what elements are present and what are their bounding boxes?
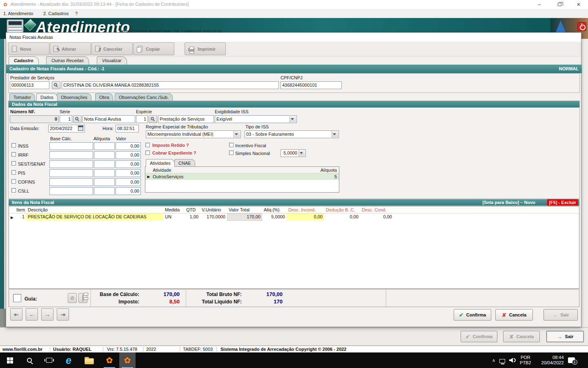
- row-marker-icon: ▶: [9, 213, 15, 221]
- menu-help[interactable]: ?: [75, 11, 78, 16]
- csll-aliquota-input[interactable]: [94, 187, 115, 195]
- task-view-icon: [46, 358, 52, 363]
- inss-valor-input[interactable]: 0,00: [116, 142, 141, 150]
- pis-base-input[interactable]: [49, 169, 93, 177]
- tab-tomador[interactable]: Tomador: [9, 93, 35, 101]
- volume-button[interactable]: [509, 358, 516, 363]
- irrf-valor-input[interactable]: 0,00: [116, 151, 141, 159]
- serie-input[interactable]: 1: [60, 115, 72, 123]
- clock[interactable]: 08:44 20/04/2022: [535, 355, 564, 366]
- nav-next-button[interactable]: →: [41, 308, 53, 321]
- prestador-search-button[interactable]: [52, 81, 60, 89]
- cancelar-button[interactable]: ✗ Cancelar: [91, 43, 133, 55]
- cancela-button[interactable]: ✘ Cancela: [495, 309, 533, 321]
- irrf-checkbox[interactable]: [11, 152, 16, 157]
- simples-nacional-checkbox[interactable]: [229, 150, 234, 155]
- close-button[interactable]: ✕: [569, 0, 588, 9]
- tab-atividades[interactable]: Atividades: [146, 159, 175, 167]
- hora-label: Hora:: [102, 126, 114, 131]
- tab-dados[interactable]: Dados: [36, 93, 58, 101]
- minimize-button[interactable]: –: [530, 0, 549, 9]
- taskbar-search-button[interactable]: [21, 352, 38, 368]
- col-atividade: Atividade: [145, 167, 310, 173]
- csll-base-input[interactable]: [49, 187, 93, 195]
- irrf-base-input[interactable]: [49, 151, 93, 159]
- bg-confirma-button: ✔ Confirma: [461, 331, 497, 342]
- col-desc-incond: Desc. Incond.: [287, 206, 324, 213]
- nav-prev-button[interactable]: ←: [26, 308, 38, 321]
- alterar-button[interactable]: ✎ Alterar: [50, 43, 91, 55]
- app-fiorilli-2-button[interactable]: ✿: [119, 352, 136, 368]
- exigibilidade-select[interactable]: Exigível: [215, 115, 297, 123]
- tray-chevron-icon[interactable]: ∧: [492, 358, 495, 363]
- atividade-aliquota: 5: [310, 173, 339, 180]
- regime-select[interactable]: Microempresário Individual (MEI): [146, 130, 241, 138]
- tab-obra[interactable]: Obra: [95, 93, 113, 101]
- cobrar-expediente-checkbox[interactable]: [145, 150, 150, 155]
- language-indicator[interactable]: POR PTB2: [520, 355, 531, 366]
- nav-first-button[interactable]: ⇤: [10, 308, 22, 321]
- imprimir-button[interactable]: Imprimir: [185, 43, 226, 55]
- hora-input[interactable]: 08:32:51: [116, 125, 139, 132]
- incentivo-fiscal-checkbox[interactable]: [229, 143, 234, 147]
- especie-search-button[interactable]: [149, 115, 157, 123]
- tab-cadastro[interactable]: Cadastro: [9, 56, 39, 65]
- restore-button[interactable]: [550, 0, 569, 9]
- guia-block-button[interactable]: ⊘: [68, 293, 77, 303]
- tab-observacoes[interactable]: Observações: [57, 93, 91, 101]
- sest-senat-aliquota-input[interactable]: [94, 160, 115, 168]
- inss-checkbox[interactable]: [11, 143, 16, 148]
- menu-atendimento[interactable]: 1. Atendimento: [3, 11, 33, 16]
- total-liquido-label: Total Líquido NF:: [185, 299, 242, 305]
- irrf-aliquota-input[interactable]: [94, 151, 115, 159]
- item-v-unitario: 170,0000: [200, 213, 227, 221]
- notification-icon[interactable]: 1: [568, 357, 575, 363]
- bg-sair-button[interactable]: → Sair: [546, 331, 584, 342]
- tab-obs-canc-sub[interactable]: Observações Canc./Sub.: [115, 93, 173, 101]
- pis-checkbox[interactable]: [11, 170, 16, 175]
- atividade-row[interactable]: ▶ OutrosServiços 5: [145, 173, 339, 180]
- csll-checkbox[interactable]: [11, 188, 16, 193]
- novo-button[interactable]: Novo: [8, 43, 49, 55]
- inss-base-input[interactable]: [49, 142, 93, 150]
- inss-aliquota-input[interactable]: [94, 142, 115, 150]
- nav-last-button[interactable]: ⇥: [57, 308, 69, 321]
- pis-aliquota-input[interactable]: [94, 169, 115, 177]
- tab-outras-receitas[interactable]: Outras Receitas: [46, 56, 89, 65]
- imposto-retido-checkbox[interactable]: [145, 143, 150, 147]
- task-view-button[interactable]: [41, 352, 57, 368]
- numero-nf-input[interactable]: 0: [10, 115, 59, 123]
- power-icon[interactable]: [577, 22, 586, 31]
- copiar-button[interactable]: Copiar: [133, 43, 174, 55]
- calendar-icon[interactable]: [78, 126, 83, 131]
- confirma-button[interactable]: ✔ Confirma: [454, 309, 491, 321]
- guia-checkbox[interactable]: [13, 294, 21, 302]
- network-icon[interactable]: [499, 359, 505, 363]
- sest-senat-valor-input[interactable]: 0,00: [116, 160, 141, 168]
- menu-cadastros[interactable]: 2. Cadastros: [43, 11, 69, 16]
- tab-visualizar[interactable]: Visualizar: [97, 56, 127, 65]
- prestador-name-input[interactable]: CRISTINA DE OLIVEIRA MANEA 02288382155: [62, 81, 279, 89]
- app-fiorilli-1-button[interactable]: ✿: [101, 352, 118, 368]
- notification-badge: 1: [572, 359, 577, 365]
- prestador-code-input[interactable]: 000006113: [10, 81, 49, 89]
- internet-explorer-button[interactable]: e: [60, 352, 77, 368]
- item-row[interactable]: ▶ 1 PRESTAÇÃO DE SERVIÇO DE LOCAÇÃO DE C…: [9, 213, 579, 221]
- sest-senat-checkbox[interactable]: [11, 161, 16, 166]
- cofins-base-input[interactable]: [49, 178, 93, 186]
- serie-search-button[interactable]: [73, 115, 82, 123]
- tipo-iss-select[interactable]: 03 - Sobre Faturamento: [245, 130, 339, 138]
- especie-input[interactable]: 1: [136, 115, 148, 123]
- cofins-aliquota-input[interactable]: [94, 178, 115, 186]
- csll-valor-input[interactable]: 0,00: [116, 187, 141, 195]
- start-button[interactable]: [2, 352, 18, 368]
- sest-senat-base-input[interactable]: [49, 160, 93, 168]
- guia-print-button[interactable]: [78, 293, 87, 303]
- pis-valor-input[interactable]: 0,00: [116, 169, 141, 177]
- cpf-input[interactable]: 43682445000101: [281, 81, 342, 89]
- tab-cnae[interactable]: CNAE: [174, 159, 195, 167]
- statusbar: www.fiorilli.com.br Usuário: RAQUEL Vrs:…: [0, 346, 588, 352]
- cofins-valor-input[interactable]: 0,00: [116, 178, 141, 186]
- file-explorer-button[interactable]: [81, 352, 97, 368]
- cofins-checkbox[interactable]: [11, 179, 16, 184]
